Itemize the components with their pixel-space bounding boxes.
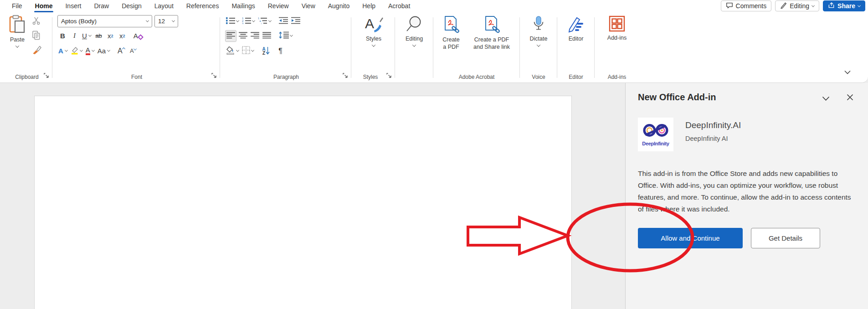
magnifier-icon [406, 15, 423, 34]
get-details-button[interactable]: Get Details [751, 228, 820, 248]
dialog-launcher-icon[interactable] [386, 72, 391, 80]
allow-and-continue-button[interactable]: Allow and Continue [638, 228, 743, 248]
menu-tab-design[interactable]: Design [115, 1, 148, 11]
menu-tab-insert[interactable]: Insert [59, 1, 87, 11]
menu-tab-draw[interactable]: Draw [87, 1, 115, 11]
group-label-voice: Voice [522, 74, 555, 80]
format-painter-button[interactable] [31, 45, 42, 57]
shading-button[interactable] [225, 45, 240, 57]
menu-tab-view[interactable]: View [295, 1, 322, 11]
text-effects-button[interactable]: A [57, 45, 68, 57]
bullets-button[interactable] [225, 15, 240, 27]
pdf-link-icon [483, 15, 500, 35]
menu-tab-acrobat[interactable]: Acrobat [382, 1, 416, 11]
ribbon-group-editing: Editing [397, 12, 431, 82]
copy-button[interactable] [31, 30, 41, 42]
menu-tab-home[interactable]: Home [29, 1, 59, 11]
paint-bucket-icon [226, 46, 235, 56]
bold-button[interactable]: B [57, 30, 68, 42]
menu-tab-references[interactable]: References [180, 1, 226, 11]
addins-button[interactable]: Add-ins [597, 15, 637, 42]
dictate-button[interactable]: Dictate [522, 15, 555, 47]
addin-logo-text: DeepInfinity [642, 141, 669, 146]
italic-button[interactable]: I [69, 30, 80, 42]
editor-button[interactable]: Editor [560, 15, 592, 43]
chevron-down-icon [92, 49, 95, 52]
deepinfinity-infinity-icon [642, 123, 670, 140]
increase-indent-button[interactable] [290, 15, 301, 27]
share-icon [828, 2, 835, 10]
justify-button[interactable] [262, 30, 272, 42]
menu-bar: File Home Insert Draw Design Layout Refe… [0, 0, 868, 12]
shrink-font-button[interactable]: A [128, 45, 138, 57]
group-label-adobe-acrobat: Adobe Acrobat [436, 74, 518, 80]
dialog-launcher-icon[interactable] [211, 72, 216, 80]
align-left-icon [226, 32, 235, 40]
copy-icon [32, 31, 41, 41]
chevron-down-icon [290, 34, 293, 37]
chevron-down-icon [268, 19, 272, 22]
share-button[interactable]: Share [823, 0, 865, 11]
font-size-combobox[interactable]: 12 [154, 15, 178, 27]
align-right-button[interactable] [250, 30, 260, 42]
pane-chevron-down-icon[interactable] [822, 95, 830, 103]
paste-button[interactable]: Paste [6, 15, 28, 48]
new-office-addin-task-pane: New Office Add-in [626, 83, 868, 309]
addin-publisher: DeepInfinity AI [685, 135, 741, 142]
multilevel-list-icon: 1ai [258, 17, 267, 26]
menu-tab-augnito[interactable]: Augnito [322, 1, 356, 11]
menu-tab-layout[interactable]: Layout [148, 1, 180, 11]
dialog-launcher-icon[interactable] [44, 72, 49, 80]
menu-tab-review[interactable]: Review [262, 1, 295, 11]
group-separator [557, 17, 557, 78]
font-color-button[interactable]: A [85, 45, 95, 57]
svg-text:i: i [261, 22, 262, 25]
chevron-down-icon [372, 43, 375, 46]
grow-font-button[interactable]: A [116, 45, 126, 57]
change-case-button[interactable]: Aa [97, 45, 111, 57]
create-pdf-button[interactable]: Create a PDF [437, 15, 466, 51]
create-pdf-share-link-button[interactable]: Create a PDF and Share link [467, 15, 517, 51]
group-label-clipboard: Clipboard [4, 74, 50, 80]
numbering-button[interactable]: 123 [241, 15, 256, 27]
increase-indent-icon [291, 17, 300, 26]
chevron-down-icon [65, 49, 68, 52]
menu-tab-mailings[interactable]: Mailings [225, 1, 261, 11]
align-right-icon [251, 32, 259, 40]
editing-mode-button[interactable]: Editing [775, 0, 819, 11]
styles-button[interactable]: A Styles [354, 15, 393, 47]
sort-button[interactable]: A Z [261, 45, 271, 57]
ribbon-group-clipboard: Paste [4, 12, 50, 82]
group-label-font: Font [56, 74, 218, 80]
align-left-button[interactable] [225, 30, 236, 42]
line-spacing-button[interactable] [278, 30, 293, 42]
dialog-launcher-icon[interactable] [343, 72, 348, 80]
comments-button[interactable]: Comments [721, 0, 772, 11]
underline-button[interactable]: U [81, 30, 92, 42]
collapse-ribbon-chevron-icon[interactable] [844, 68, 851, 76]
pane-close-icon[interactable] [847, 94, 853, 103]
multilevel-list-button[interactable]: 1ai [257, 15, 272, 27]
editing-button[interactable]: Editing [397, 15, 431, 47]
document-page[interactable] [34, 96, 572, 309]
menu-tab-file[interactable]: File [5, 1, 29, 11]
superscript-button[interactable]: x2 [117, 30, 128, 42]
cut-button[interactable] [31, 15, 41, 27]
strikethrough-button[interactable]: ab [93, 30, 104, 42]
highlighter-pen-icon [71, 46, 79, 56]
font-name-combobox[interactable]: Aptos (Body) [57, 15, 152, 27]
clear-formatting-button[interactable]: A [133, 30, 144, 42]
pdf-link-icon [442, 15, 460, 35]
align-center-button[interactable] [238, 30, 248, 42]
decrease-indent-button[interactable] [278, 15, 289, 27]
highlight-button[interactable] [70, 45, 83, 57]
paste-clipboard-icon [9, 15, 26, 35]
chevron-down-icon [15, 44, 19, 47]
subscript-button[interactable]: x2 [105, 30, 116, 42]
borders-button[interactable] [241, 45, 255, 57]
ribbon-group-voice: Dictate Voice [522, 12, 555, 82]
group-label-editor: Editor [560, 74, 592, 80]
show-formatting-marks-button[interactable]: ¶ [275, 45, 286, 57]
editor-pen-icon [567, 15, 585, 34]
menu-tab-help[interactable]: Help [356, 1, 382, 11]
